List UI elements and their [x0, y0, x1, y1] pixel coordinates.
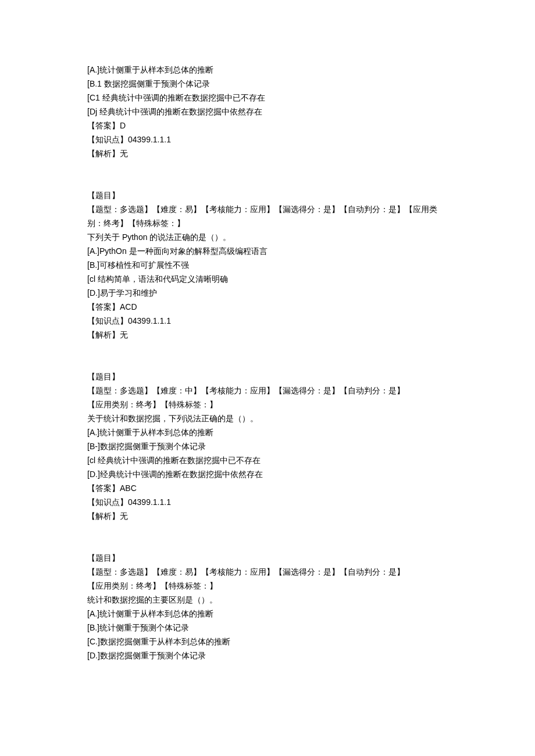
document-page: [A.]统计侧重于从样本到总体的推断 [B.1 数据挖掘侧重于预测个体记录 [C…: [0, 0, 535, 697]
knowledge-point-line: 【知识点】04399.1.1.1: [87, 132, 448, 146]
option-line: [C1 经典统计中强调的推断在数据挖掘中已不存在: [87, 91, 448, 105]
stem-line: 统计和数据挖掘的主要区别是（）。: [87, 593, 448, 607]
meta-line: 【应用类别：终考】【特殊标签：】: [87, 579, 448, 593]
option-line: [D.]数据挖掘侧重于预测个体记录: [87, 648, 448, 662]
option-line: [D.]易于学习和维护: [87, 286, 448, 300]
option-line: [A.]统计侧重于从样本到总体的推断: [87, 425, 448, 439]
option-line: [A.]统计侧重于从样本到总体的推断: [87, 63, 448, 77]
block-separator: [87, 523, 448, 551]
meta-line: 【题型：多选题】【难度：易】【考核能力：应用】【漏选得分：是】【自动判分：是】【…: [87, 202, 448, 230]
option-line: [B.]统计侧重于预测个体记录: [87, 621, 448, 635]
analysis-line: 【解析】无: [87, 509, 448, 523]
option-line: [A.]PythOn 是一种面向对象的解释型高级编程语言: [87, 244, 448, 258]
option-line: [cl 经典统计中强调的推断在数据挖掘中已不存在: [87, 453, 448, 467]
title-line: 【题目】: [87, 188, 448, 202]
option-line: [A.]统计侧重于从样本到总体的推断: [87, 607, 448, 621]
answer-line: 【答案】ABC: [87, 481, 448, 495]
answer-line: 【答案】ACD: [87, 300, 448, 314]
option-line: [D.]经典统计中强调的推断在数据挖掘中依然存在: [87, 467, 448, 481]
question-block-1: 【题目】 【题型：多选题】【难度：易】【考核能力：应用】【漏选得分：是】【自动判…: [87, 188, 448, 342]
block-separator: [87, 160, 448, 188]
analysis-line: 【解析】无: [87, 146, 448, 160]
title-line: 【题目】: [87, 551, 448, 565]
option-line: [B.]可移植性和可扩展性不强: [87, 258, 448, 272]
title-line: 【题目】: [87, 370, 448, 384]
analysis-line: 【解析】无: [87, 328, 448, 342]
knowledge-point-line: 【知识点】04399.1.1.1: [87, 495, 448, 509]
question-block-3: 【题目】 【题型：多选题】【难度：易】【考核能力：应用】【漏选得分：是】【自动判…: [87, 551, 448, 662]
stem-line: 关于统计和数据挖掘，下列说法正确的是（）。: [87, 411, 448, 425]
option-line: [B-]数据挖掘侧重于预测个体记录: [87, 439, 448, 453]
stem-line: 下列关于 Python 的说法正确的是（）。: [87, 230, 448, 244]
question-block-2: 【题目】 【题型：多选题】【难度：中】【考核能力：应用】【漏选得分：是】【自动判…: [87, 370, 448, 523]
answer-line: 【答案】D: [87, 119, 448, 132]
option-line: [B.1 数据挖掘侧重于预测个体记录: [87, 77, 448, 91]
meta-line: 【题型：多选题】【难度：易】【考核能力：应用】【漏选得分：是】【自动判分：是】: [87, 565, 448, 579]
option-line: [cl 结构简单，语法和代码定义清晰明确: [87, 272, 448, 286]
meta-line: 【应用类别：终考】【特殊标签：】: [87, 397, 448, 411]
question-block-0: [A.]统计侧重于从样本到总体的推断 [B.1 数据挖掘侧重于预测个体记录 [C…: [87, 63, 448, 160]
option-line: [C.]数据挖掘侧重于从样本到总体的推断: [87, 635, 448, 648]
block-separator: [87, 342, 448, 370]
knowledge-point-line: 【知识点】04399.1.1.1: [87, 314, 448, 328]
option-line: [Dj 经典统计中强调的推断在数据挖掘中依然存在: [87, 105, 448, 119]
meta-line: 【题型：多选题】【难度：中】【考核能力：应用】【漏选得分：是】【自动判分：是】: [87, 384, 448, 397]
